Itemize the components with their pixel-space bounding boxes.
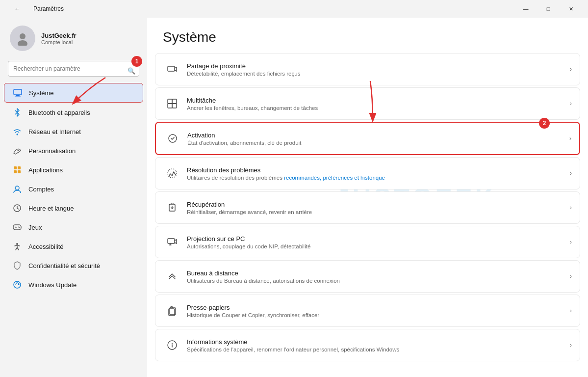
accessibilite-label: Accessibilité <box>28 243 64 250</box>
svg-rect-9 <box>14 170 17 173</box>
settings-item-pressepapiers[interactable]: Presse-papiers Historique de Couper et C… <box>155 295 580 327</box>
sidebar-item-jeux[interactable]: Jeux <box>4 218 143 237</box>
svg-point-30 <box>172 343 173 344</box>
settings-item-multitache[interactable]: Multitâche Ancrer les fenêtres, bureaux,… <box>155 87 580 120</box>
activation-text: Activation État d'activation, abonnement… <box>181 132 569 146</box>
informations-icon <box>163 336 181 354</box>
sidebar-item-windowsupdate[interactable]: Windows Update <box>4 275 143 294</box>
settings-item-activation[interactable]: 2 Activation État d'activation, abonneme… <box>155 122 580 155</box>
comptes-label: Comptes <box>28 186 54 193</box>
avatar <box>10 26 35 51</box>
systeme-label: Système <box>29 89 54 97</box>
resolution-desc: Utilitaires de résolution des problèmes … <box>187 175 570 181</box>
heure-label: Heure et langue <box>28 205 74 212</box>
titlebar: ← Paramètres — □ ✕ <box>0 0 588 18</box>
svg-point-6 <box>18 150 19 151</box>
sidebar-item-reseau[interactable]: Réseau et Internet <box>4 122 143 141</box>
multitache-icon <box>163 95 181 112</box>
accessibilite-icon <box>12 241 23 252</box>
svg-point-5 <box>17 134 18 135</box>
sidebar-item-confidentialite[interactable]: Confidentialité et sécurité <box>4 256 143 275</box>
sidebar-item-personnalisation[interactable]: Personnalisation <box>4 141 143 160</box>
svg-point-0 <box>20 33 26 39</box>
partage-desc: Détectabilité, emplacement des fichiers … <box>187 71 570 77</box>
svg-point-14 <box>18 227 19 228</box>
titlebar-title: Paramètres <box>33 5 64 12</box>
partage-chevron: › <box>570 66 572 73</box>
pressepapiers-text: Presse-papiers Historique de Couper et C… <box>181 304 570 318</box>
recuperation-title: Récupération <box>187 201 570 208</box>
svg-rect-13 <box>13 225 21 230</box>
settings-list: Partage de proximité Détectabilité, empl… <box>147 53 588 361</box>
main-content: JUSTGEEK Système Partage de proximité Dé… <box>147 18 588 377</box>
search-container: 1 🔍 <box>0 59 147 82</box>
settings-item-informations[interactable]: Informations système Spécifications de l… <box>155 329 580 361</box>
pressepapiers-chevron: › <box>570 307 572 314</box>
heure-icon <box>12 203 23 214</box>
svg-rect-20 <box>172 99 177 104</box>
projection-text: Projection sur ce PC Autorisations, coup… <box>181 235 570 249</box>
settings-item-resolution[interactable]: Résolution des problèmes Utilitaires de … <box>155 157 580 189</box>
bluetooth-icon <box>12 107 23 118</box>
resolution-title: Résolution des problèmes <box>187 166 570 174</box>
personnalisation-icon <box>12 145 23 156</box>
search-input[interactable] <box>8 61 139 77</box>
projection-icon <box>163 233 181 251</box>
close-button[interactable]: ✕ <box>560 0 582 18</box>
recuperation-text: Récupération Réinitialiser, démarrage av… <box>181 201 570 215</box>
sidebar-item-comptes[interactable]: Comptes <box>4 180 143 198</box>
svg-rect-18 <box>168 66 175 71</box>
settings-item-recuperation[interactable]: Récupération Réinitialiser, démarrage av… <box>155 191 580 224</box>
applications-icon <box>12 164 23 175</box>
svg-point-1 <box>18 40 27 46</box>
bureau-title: Bureau à distance <box>187 269 570 277</box>
resolution-desc-link[interactable]: recommandés, préférences et historique <box>284 175 385 181</box>
svg-rect-2 <box>14 89 22 95</box>
sidebar-item-applications[interactable]: Applications <box>4 161 143 179</box>
svg-point-17 <box>14 281 21 288</box>
reseau-label: Réseau et Internet <box>28 128 81 135</box>
user-info: JustGeek.fr Compte local <box>41 32 77 45</box>
maximize-button[interactable]: □ <box>537 0 560 18</box>
activation-icon <box>164 130 181 147</box>
partage-text: Partage de proximité Détectabilité, empl… <box>181 62 570 77</box>
sidebar-item-bluetooth[interactable]: Bluetooth et appareils <box>4 103 143 122</box>
resolution-text: Résolution des problèmes Utilitaires de … <box>181 166 570 181</box>
recuperation-chevron: › <box>570 204 572 211</box>
app-body: JustGeek.fr Compte local 1 🔍 <box>0 18 588 377</box>
user-section: JustGeek.fr Compte local <box>0 18 147 59</box>
settings-item-bureau[interactable]: Bureau à distance Utilisateurs du Bureau… <box>155 260 580 293</box>
pressepapiers-desc: Historique de Couper et Copier, synchron… <box>187 312 570 318</box>
projection-title: Projection sur ce PC <box>187 235 570 242</box>
partage-title: Partage de proximité <box>187 62 570 70</box>
svg-rect-21 <box>168 104 172 108</box>
informations-title: Informations système <box>187 338 570 346</box>
confidentialite-icon <box>12 260 23 271</box>
jeux-label: Jeux <box>28 224 42 231</box>
nav-list: Système Bluetooth et appareils <box>0 82 147 295</box>
minimize-button[interactable]: — <box>514 0 537 18</box>
informations-text: Informations système Spécifications de l… <box>181 338 570 352</box>
bureau-icon <box>163 268 181 285</box>
pressepapiers-title: Presse-papiers <box>187 304 570 311</box>
activation-chevron: › <box>569 135 571 142</box>
annotation-2: 2 <box>539 118 550 129</box>
projection-chevron: › <box>570 239 572 245</box>
multitache-desc: Ancrer les fenêtres, bureaux, changement… <box>187 105 570 111</box>
resolution-icon <box>163 164 181 182</box>
settings-item-projection[interactable]: Projection sur ce PC Autorisations, coup… <box>155 226 580 258</box>
sidebar-item-systeme[interactable]: Système <box>4 83 143 103</box>
back-button[interactable]: ← <box>6 0 28 18</box>
sidebar-item-accessibilite[interactable]: Accessibilité <box>4 237 143 256</box>
sidebar-item-heure[interactable]: Heure et langue <box>4 199 143 217</box>
settings-item-partage[interactable]: Partage de proximité Détectabilité, empl… <box>155 53 580 85</box>
reseau-icon <box>12 126 23 137</box>
svg-point-15 <box>19 227 20 228</box>
page-title: Système <box>147 18 588 53</box>
titlebar-left: ← Paramètres <box>6 0 64 18</box>
pressepapiers-icon <box>163 302 181 320</box>
svg-rect-26 <box>168 239 175 243</box>
windowsupdate-label: Windows Update <box>28 281 77 289</box>
resolution-chevron: › <box>570 170 572 177</box>
activation-title: Activation <box>187 132 569 139</box>
